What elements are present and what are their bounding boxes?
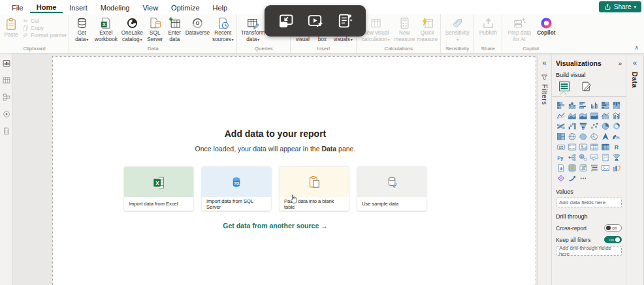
menu-optimize[interactable]: Optimize — [165, 2, 206, 13]
multi-row-card-icon[interactable] — [567, 142, 577, 151]
filled-map-icon[interactable] — [578, 132, 588, 141]
100-stacked-area-chart-icon[interactable] — [589, 111, 599, 120]
decomposition-tree-icon[interactable] — [567, 153, 577, 162]
video-sparkle-icon[interactable] — [308, 13, 323, 29]
treemap-icon[interactable] — [556, 132, 566, 141]
new-measure-button[interactable]: New measure — [393, 16, 415, 43]
menu-help[interactable]: Help — [206, 2, 234, 13]
get-data-another-source-link[interactable]: Get data from another source → — [223, 222, 327, 230]
dax-query-view-icon[interactable] — [3, 109, 10, 117]
build-visual-icon[interactable] — [558, 81, 570, 92]
slicer-icon[interactable] — [589, 163, 599, 172]
menu-insert[interactable]: Insert — [63, 2, 94, 13]
collapse-visualizations-icon[interactable]: » — [618, 60, 622, 67]
menu-home[interactable]: Home — [30, 1, 63, 13]
keep-all-filters-toggle[interactable]: On — [604, 236, 622, 243]
shrink-screen-icon[interactable] — [278, 13, 294, 29]
100-stacked-column-chart-icon[interactable] — [611, 100, 621, 110]
pie-chart-icon[interactable] — [600, 121, 610, 130]
azure-map-icon[interactable] — [600, 132, 610, 141]
button-slicer-icon[interactable] — [556, 173, 566, 183]
data-pane-title[interactable]: Data — [631, 72, 639, 88]
copilot-button[interactable]: Copilot — [535, 16, 557, 37]
enter-data-button[interactable]: Enter data — [165, 16, 184, 43]
recent-sources-button[interactable]: Recent sources — [211, 16, 234, 43]
r-script-visual-icon[interactable]: R — [611, 142, 621, 151]
model-view-icon[interactable] — [3, 92, 10, 100]
table-view-icon[interactable] — [3, 75, 10, 83]
import-excel-card[interactable]: X Import data from Excel — [124, 167, 193, 211]
metrics-icon[interactable] — [611, 153, 621, 162]
transform-data-button[interactable]: Transform data — [239, 16, 266, 43]
sensitivity-button[interactable]: Sensitivity — [443, 16, 472, 43]
excel-workbook-button[interactable]: X Excel workbook — [93, 16, 119, 43]
scatter-chart-icon[interactable] — [589, 121, 599, 130]
line-and-clustered-column-chart-icon[interactable] — [611, 111, 621, 120]
expand-data-pane-icon[interactable]: « — [633, 59, 637, 67]
add-drill-through-fields-dropzone[interactable]: Add drill-through fields here — [556, 246, 622, 256]
tmdl-view-icon[interactable] — [3, 126, 10, 134]
notes-sparkle-icon[interactable] — [337, 13, 353, 29]
add-data-fields-dropzone[interactable]: Add data fields here — [556, 198, 622, 207]
report-view-icon[interactable] — [3, 58, 10, 66]
import-sql-server-card[interactable]: SQL Import data from SQL Server — [202, 167, 271, 211]
stacked-area-chart-icon[interactable] — [578, 111, 588, 120]
card-icon[interactable]: 123 — [556, 142, 566, 151]
waterfall-chart-icon[interactable] — [567, 121, 577, 130]
get-data-button[interactable]: Get data — [71, 16, 92, 43]
scissors-icon: ✂ — [22, 18, 29, 24]
onelake-catalog-button[interactable]: OneLake catalog — [120, 16, 144, 43]
pbi-embedded-icon[interactable] — [611, 163, 621, 172]
kpi-icon[interactable]: 12 — [578, 142, 588, 151]
more-options-icon[interactable] — [578, 173, 588, 183]
donut-chart-icon[interactable] — [611, 121, 621, 130]
power-automate-visual-icon[interactable] — [578, 163, 588, 172]
image-visual-icon[interactable] — [600, 163, 610, 172]
share-label: Share — [614, 3, 632, 10]
stacked-column-chart-icon[interactable] — [567, 100, 577, 110]
map-icon[interactable] — [567, 132, 577, 141]
sql-server-button[interactable]: SQL Server — [145, 16, 165, 43]
python-visual-icon[interactable]: Py — [556, 153, 566, 162]
100-stacked-bar-chart-icon[interactable] — [600, 100, 610, 110]
sample-data-card[interactable]: Use sample data — [357, 167, 427, 211]
area-chart-icon[interactable] — [567, 111, 577, 120]
table-icon[interactable] — [589, 142, 599, 151]
qa-visual-icon[interactable] — [589, 153, 599, 162]
publish-button[interactable]: Publish — [476, 16, 500, 37]
paste-button[interactable]: Paste — [2, 16, 20, 40]
format-visual-icon[interactable] — [581, 81, 592, 92]
line-and-stacked-column-chart-icon[interactable] — [600, 111, 610, 120]
paginated-report-icon[interactable] — [556, 163, 566, 172]
format-painter-button[interactable]: Format painter — [22, 32, 67, 38]
power-apps-visual-icon[interactable] — [567, 163, 577, 172]
publish-icon — [482, 17, 494, 29]
clustered-bar-chart-icon[interactable] — [578, 100, 588, 110]
clustered-column-chart-icon[interactable] — [589, 100, 599, 110]
quick-measure-button[interactable]: Quick measure — [416, 16, 438, 43]
collapse-ribbon-icon[interactable]: ∧ — [634, 44, 639, 51]
copy-button[interactable]: Copy — [22, 25, 67, 31]
key-influencers-icon[interactable]: 1 — [578, 153, 588, 162]
smart-narrative-icon[interactable] — [600, 153, 610, 162]
cross-report-toggle[interactable]: Off — [604, 224, 622, 232]
gauge-icon[interactable] — [611, 132, 621, 141]
matrix-icon[interactable] — [600, 142, 610, 151]
report-canvas: Add data to your report Once loaded, you… — [52, 56, 536, 285]
share-button[interactable]: Share ▾ — [599, 1, 641, 12]
ribbon-chart-icon[interactable] — [556, 121, 566, 130]
dataverse-button[interactable]: Dataverse — [184, 16, 210, 37]
format-painter-icon — [22, 32, 29, 38]
stacked-bar-chart-icon[interactable] — [556, 100, 566, 110]
text-slicer-icon[interactable] — [567, 173, 577, 183]
shape-map-icon[interactable] — [589, 132, 599, 141]
cut-button[interactable]: ✂ Cut — [22, 18, 67, 24]
prep-data-for-ai-button[interactable]: Prep data for AI — [504, 16, 534, 43]
menu-view[interactable]: View — [136, 2, 165, 13]
funnel-chart-icon[interactable] — [578, 121, 588, 130]
menu-modeling[interactable]: Modeling — [94, 2, 137, 13]
expand-filters-icon[interactable]: « — [542, 59, 546, 67]
filters-pane-title[interactable]: Filters — [541, 84, 549, 105]
line-chart-icon[interactable] — [556, 111, 566, 120]
menu-file[interactable]: File — [5, 2, 30, 13]
